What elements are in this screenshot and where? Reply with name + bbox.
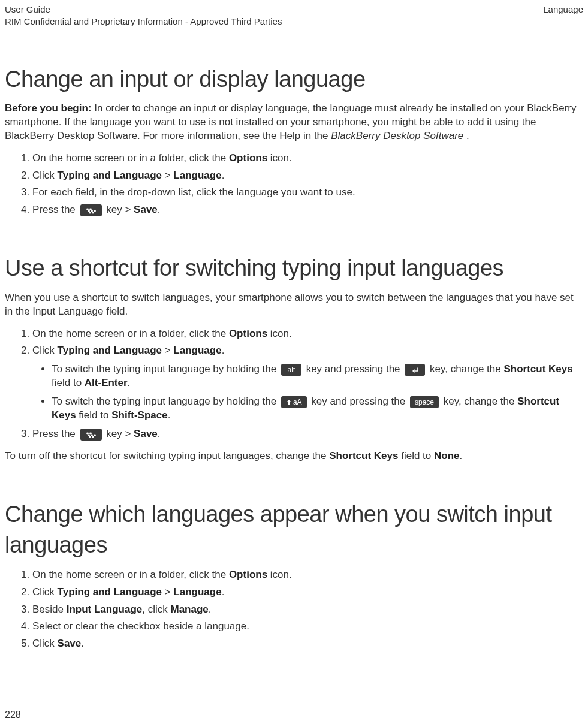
step-item: Press the key > Save.	[32, 427, 583, 441]
section-title: Change which languages appear when you s…	[5, 499, 583, 561]
section-title: Change an input or display language	[5, 64, 583, 95]
step-item: On the home screen or in a folder, click…	[32, 568, 583, 582]
header-right: Language	[543, 4, 583, 28]
steps-list: On the home screen or in a folder, click…	[5, 152, 583, 218]
enter-key-icon	[405, 364, 425, 376]
svg-point-7	[86, 432, 89, 434]
space-key-icon: space	[410, 396, 439, 408]
svg-point-5	[89, 212, 91, 213]
step-item: Beside Input Language, click Manage.	[32, 603, 583, 617]
page-container: User Guide RIM Confidential and Propriet…	[0, 0, 588, 660]
step-item: Click Typing and Language > Language.	[32, 586, 583, 599]
svg-point-12	[89, 436, 91, 438]
bullet-list: To switch the typing input language by h…	[32, 363, 583, 423]
svg-point-9	[88, 434, 90, 436]
page-header: User Guide RIM Confidential and Propriet…	[5, 4, 583, 28]
intro-tail: .	[463, 130, 469, 141]
shift-key-icon: aA	[281, 396, 307, 408]
step-item: For each field, in the drop-down list, c…	[32, 186, 583, 200]
step-item: On the home screen or in a folder, click…	[32, 152, 583, 165]
step-item: Select or clear the checkbox beside a la…	[32, 620, 583, 634]
intro-bold: Before you begin:	[5, 102, 92, 114]
steps-list: On the home screen or in a folder, click…	[5, 327, 583, 442]
svg-point-6	[92, 212, 94, 213]
header-subtitle: RIM Confidential and Proprietary Informa…	[5, 16, 282, 28]
step-item: On the home screen or in a folder, click…	[32, 327, 583, 341]
bullet-item: To switch the typing input language by h…	[52, 395, 583, 423]
svg-point-13	[92, 436, 94, 438]
svg-point-11	[94, 434, 96, 436]
bullet-item: To switch the typing input language by h…	[52, 363, 583, 390]
alt-key-icon: alt	[281, 364, 301, 376]
step-item: Click Typing and Language > Language. To…	[32, 344, 583, 423]
after-note: To turn off the shortcut for switching t…	[5, 450, 583, 463]
intro-italic: BlackBerry Desktop Software	[331, 130, 463, 141]
intro-paragraph: Before you begin: In order to change an …	[5, 102, 583, 143]
blackberry-key-icon	[80, 429, 102, 441]
svg-point-8	[89, 432, 92, 434]
step-item: Press the key > Save.	[32, 203, 583, 217]
header-left: User Guide RIM Confidential and Propriet…	[5, 4, 282, 28]
step-item: Click Typing and Language > Language.	[32, 169, 583, 183]
svg-point-4	[94, 210, 96, 212]
header-title: User Guide	[5, 4, 282, 16]
step-item: Click Save.	[32, 637, 583, 651]
svg-point-0	[86, 208, 89, 210]
section-title: Use a shortcut for switching typing inpu…	[5, 253, 583, 283]
intro-paragraph: When you use a shortcut to switch langua…	[5, 291, 583, 319]
svg-point-3	[91, 210, 93, 212]
svg-point-1	[89, 208, 92, 210]
svg-point-2	[88, 210, 90, 212]
blackberry-key-icon	[80, 204, 102, 216]
steps-list: On the home screen or in a folder, click…	[5, 568, 583, 651]
svg-point-10	[91, 434, 93, 436]
